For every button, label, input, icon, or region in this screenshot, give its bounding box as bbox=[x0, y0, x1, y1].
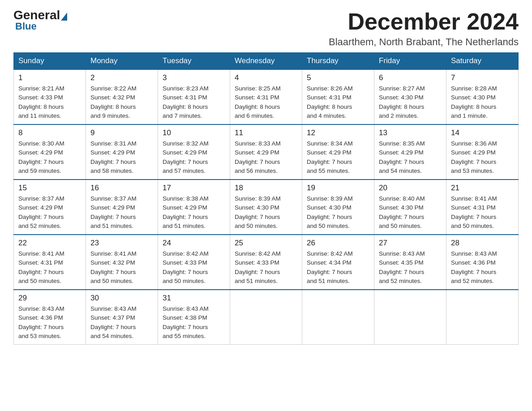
month-title: December 2024 bbox=[329, 9, 519, 34]
day-info: Sunrise: 8:43 AM Sunset: 4:37 PM Dayligh… bbox=[90, 304, 153, 341]
logo: General Blue bbox=[13, 9, 68, 32]
day-number: 19 bbox=[307, 184, 369, 193]
day-info: Sunrise: 8:43 AM Sunset: 4:36 PM Dayligh… bbox=[18, 304, 81, 341]
day-info: Sunrise: 8:28 AM Sunset: 4:30 PM Dayligh… bbox=[451, 84, 514, 120]
calendar-day-cell: 14Sunrise: 8:36 AM Sunset: 4:29 PM Dayli… bbox=[446, 124, 519, 180]
day-number: 26 bbox=[307, 239, 369, 248]
weekday-header-saturday: Saturday bbox=[446, 53, 519, 70]
day-number: 21 bbox=[451, 184, 514, 193]
day-info: Sunrise: 8:41 AM Sunset: 4:31 PM Dayligh… bbox=[451, 194, 514, 231]
weekday-header-monday: Monday bbox=[86, 53, 158, 70]
day-number: 29 bbox=[18, 294, 81, 303]
calendar-day-cell: 29Sunrise: 8:43 AM Sunset: 4:36 PM Dayli… bbox=[14, 290, 86, 345]
day-number: 1 bbox=[18, 73, 81, 82]
day-number: 25 bbox=[235, 239, 297, 248]
calendar-day-cell: 17Sunrise: 8:38 AM Sunset: 4:29 PM Dayli… bbox=[158, 180, 230, 235]
day-info: Sunrise: 8:43 AM Sunset: 4:36 PM Dayligh… bbox=[451, 249, 514, 286]
calendar-day-cell: 21Sunrise: 8:41 AM Sunset: 4:31 PM Dayli… bbox=[446, 180, 519, 235]
day-info: Sunrise: 8:35 AM Sunset: 4:29 PM Dayligh… bbox=[379, 139, 442, 176]
day-number: 11 bbox=[235, 128, 297, 137]
page-header: General Blue December 2024 Blaarthem, No… bbox=[13, 9, 519, 48]
day-number: 4 bbox=[235, 73, 297, 82]
calendar-week-row: 8Sunrise: 8:30 AM Sunset: 4:29 PM Daylig… bbox=[14, 124, 519, 180]
calendar-day-cell: 6Sunrise: 8:27 AM Sunset: 4:30 PM Daylig… bbox=[374, 69, 446, 124]
day-number: 7 bbox=[451, 73, 514, 82]
calendar-day-cell: 23Sunrise: 8:41 AM Sunset: 4:32 PM Dayli… bbox=[86, 235, 158, 290]
calendar-day-cell: 13Sunrise: 8:35 AM Sunset: 4:29 PM Dayli… bbox=[374, 124, 446, 180]
day-number: 18 bbox=[235, 184, 297, 193]
calendar-day-cell: 8Sunrise: 8:30 AM Sunset: 4:29 PM Daylig… bbox=[14, 124, 86, 180]
logo-blue-text: Blue bbox=[15, 21, 37, 32]
calendar-week-row: 1Sunrise: 8:21 AM Sunset: 4:33 PM Daylig… bbox=[14, 69, 519, 124]
day-info: Sunrise: 8:42 AM Sunset: 4:34 PM Dayligh… bbox=[307, 249, 369, 286]
day-number: 27 bbox=[379, 239, 442, 248]
calendar-header-row: SundayMondayTuesdayWednesdayThursdayFrid… bbox=[14, 53, 519, 70]
calendar-week-row: 15Sunrise: 8:37 AM Sunset: 4:29 PM Dayli… bbox=[14, 180, 519, 235]
calendar-day-cell: 30Sunrise: 8:43 AM Sunset: 4:37 PM Dayli… bbox=[86, 290, 158, 345]
day-info: Sunrise: 8:23 AM Sunset: 4:31 PM Dayligh… bbox=[163, 84, 225, 120]
day-number: 12 bbox=[307, 128, 369, 137]
calendar-empty-cell bbox=[446, 290, 519, 345]
day-number: 31 bbox=[163, 294, 225, 303]
day-info: Sunrise: 8:25 AM Sunset: 4:31 PM Dayligh… bbox=[235, 84, 297, 120]
day-number: 16 bbox=[90, 184, 153, 193]
day-number: 13 bbox=[379, 128, 442, 137]
title-area: December 2024 Blaarthem, North Brabant, … bbox=[329, 9, 519, 48]
calendar-day-cell: 31Sunrise: 8:43 AM Sunset: 4:38 PM Dayli… bbox=[158, 290, 230, 345]
calendar-day-cell: 3Sunrise: 8:23 AM Sunset: 4:31 PM Daylig… bbox=[158, 69, 230, 124]
calendar-day-cell: 10Sunrise: 8:32 AM Sunset: 4:29 PM Dayli… bbox=[158, 124, 230, 180]
calendar-week-row: 22Sunrise: 8:41 AM Sunset: 4:31 PM Dayli… bbox=[14, 235, 519, 290]
day-number: 3 bbox=[163, 73, 225, 82]
calendar-day-cell: 22Sunrise: 8:41 AM Sunset: 4:31 PM Dayli… bbox=[14, 235, 86, 290]
day-number: 30 bbox=[90, 294, 153, 303]
day-info: Sunrise: 8:27 AM Sunset: 4:30 PM Dayligh… bbox=[379, 84, 442, 120]
day-info: Sunrise: 8:39 AM Sunset: 4:30 PM Dayligh… bbox=[235, 194, 297, 231]
weekday-header-thursday: Thursday bbox=[302, 53, 374, 70]
day-number: 24 bbox=[163, 239, 225, 248]
calendar-table: SundayMondayTuesdayWednesdayThursdayFrid… bbox=[13, 52, 519, 345]
weekday-header-tuesday: Tuesday bbox=[158, 53, 230, 70]
calendar-empty-cell bbox=[374, 290, 446, 345]
day-info: Sunrise: 8:36 AM Sunset: 4:29 PM Dayligh… bbox=[451, 139, 514, 176]
day-number: 5 bbox=[307, 73, 369, 82]
calendar-day-cell: 9Sunrise: 8:31 AM Sunset: 4:29 PM Daylig… bbox=[86, 124, 158, 180]
calendar-day-cell: 24Sunrise: 8:42 AM Sunset: 4:33 PM Dayli… bbox=[158, 235, 230, 290]
calendar-day-cell: 15Sunrise: 8:37 AM Sunset: 4:29 PM Dayli… bbox=[14, 180, 86, 235]
location-title: Blaarthem, North Brabant, The Netherland… bbox=[329, 36, 519, 48]
day-number: 17 bbox=[163, 184, 225, 193]
calendar-day-cell: 5Sunrise: 8:26 AM Sunset: 4:31 PM Daylig… bbox=[302, 69, 374, 124]
calendar-empty-cell bbox=[302, 290, 374, 345]
calendar-day-cell: 4Sunrise: 8:25 AM Sunset: 4:31 PM Daylig… bbox=[230, 69, 302, 124]
calendar-day-cell: 20Sunrise: 8:40 AM Sunset: 4:30 PM Dayli… bbox=[374, 180, 446, 235]
day-number: 22 bbox=[18, 239, 81, 248]
day-info: Sunrise: 8:34 AM Sunset: 4:29 PM Dayligh… bbox=[307, 139, 369, 176]
day-info: Sunrise: 8:43 AM Sunset: 4:35 PM Dayligh… bbox=[379, 249, 442, 286]
day-info: Sunrise: 8:30 AM Sunset: 4:29 PM Dayligh… bbox=[18, 139, 81, 176]
weekday-header-sunday: Sunday bbox=[14, 53, 86, 70]
logo-triangle-icon bbox=[61, 13, 67, 21]
day-info: Sunrise: 8:26 AM Sunset: 4:31 PM Dayligh… bbox=[307, 84, 369, 120]
day-number: 20 bbox=[379, 184, 442, 193]
day-number: 8 bbox=[18, 128, 81, 137]
day-info: Sunrise: 8:43 AM Sunset: 4:38 PM Dayligh… bbox=[163, 304, 225, 341]
day-info: Sunrise: 8:32 AM Sunset: 4:29 PM Dayligh… bbox=[163, 139, 225, 176]
day-number: 28 bbox=[451, 239, 514, 248]
day-number: 15 bbox=[18, 184, 81, 193]
day-number: 23 bbox=[90, 239, 153, 248]
day-info: Sunrise: 8:41 AM Sunset: 4:31 PM Dayligh… bbox=[18, 249, 81, 286]
weekday-header-friday: Friday bbox=[374, 53, 446, 70]
calendar-day-cell: 26Sunrise: 8:42 AM Sunset: 4:34 PM Dayli… bbox=[302, 235, 374, 290]
calendar-week-row: 29Sunrise: 8:43 AM Sunset: 4:36 PM Dayli… bbox=[14, 290, 519, 345]
day-number: 9 bbox=[90, 128, 153, 137]
calendar-empty-cell bbox=[230, 290, 302, 345]
calendar-day-cell: 28Sunrise: 8:43 AM Sunset: 4:36 PM Dayli… bbox=[446, 235, 519, 290]
day-number: 14 bbox=[451, 128, 514, 137]
weekday-header-wednesday: Wednesday bbox=[230, 53, 302, 70]
day-info: Sunrise: 8:22 AM Sunset: 4:32 PM Dayligh… bbox=[90, 84, 153, 120]
day-info: Sunrise: 8:41 AM Sunset: 4:32 PM Dayligh… bbox=[90, 249, 153, 286]
day-info: Sunrise: 8:31 AM Sunset: 4:29 PM Dayligh… bbox=[90, 139, 153, 176]
calendar-day-cell: 12Sunrise: 8:34 AM Sunset: 4:29 PM Dayli… bbox=[302, 124, 374, 180]
day-info: Sunrise: 8:21 AM Sunset: 4:33 PM Dayligh… bbox=[18, 84, 81, 120]
calendar-day-cell: 16Sunrise: 8:37 AM Sunset: 4:29 PM Dayli… bbox=[86, 180, 158, 235]
day-info: Sunrise: 8:42 AM Sunset: 4:33 PM Dayligh… bbox=[235, 249, 297, 286]
